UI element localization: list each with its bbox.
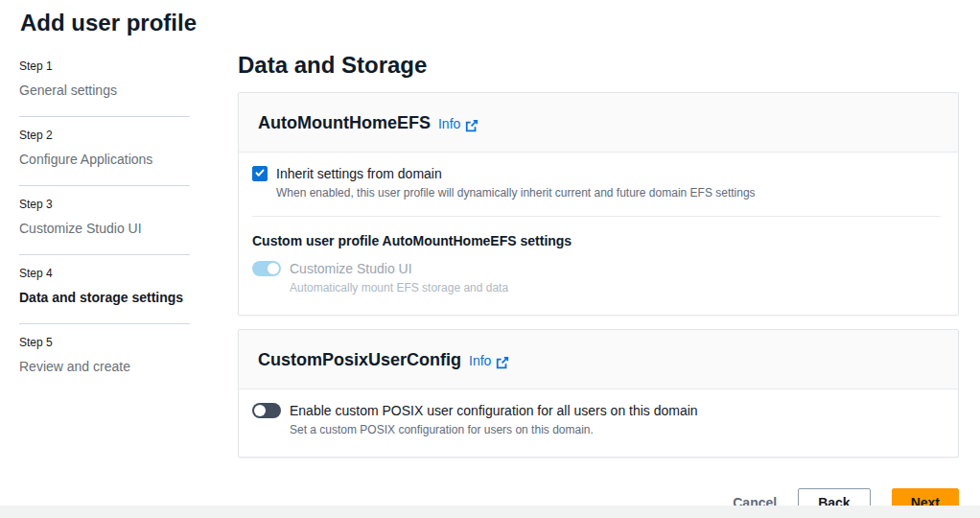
automount-info-link[interactable]: Info (438, 116, 478, 131)
checkbox-description: When enabled, this user profile will dyn… (276, 185, 943, 200)
wizard-step-data-and-storage[interactable]: Step 4 Data and storage settings (19, 255, 190, 324)
wizard-step-general-settings[interactable]: Step 1 General settings (19, 52, 190, 117)
step-number: Step 4 (19, 267, 190, 281)
step-number: Step 5 (19, 336, 190, 350)
step-label: Customize Studio UI (19, 220, 190, 237)
external-link-icon[interactable] (496, 356, 509, 369)
step-label: Review and create (19, 358, 190, 375)
step-label: Configure Applications (19, 151, 190, 168)
bottom-strip (0, 506, 980, 518)
wizard-steps-nav: Step 1 General settings Step 2 Configure… (0, 52, 190, 517)
card-title: AutoMountHomeEFS (258, 113, 431, 133)
info-link-label: Info (469, 353, 491, 368)
step-number: Step 3 (19, 198, 190, 212)
content-heading: Data and Storage (238, 52, 959, 79)
customize-studio-toggle-row: Customize Studio UI Automatically mount … (252, 259, 943, 295)
check-icon (254, 165, 266, 182)
inherit-settings-checkbox[interactable] (252, 166, 268, 181)
toggle-description: Set a custom POSIX configuration for use… (290, 422, 943, 437)
automount-home-efs-card: AutoMountHomeEFS Info (238, 92, 959, 316)
custom-settings-subheading: Custom user profile AutoMountHomeEFS set… (252, 232, 943, 249)
toggle-knob (254, 405, 266, 416)
wizard-step-customize-studio-ui[interactable]: Step 3 Customize Studio UI (19, 186, 190, 255)
card-body: Enable custom POSIX user configuration f… (239, 389, 958, 457)
step-number: Step 1 (19, 59, 190, 74)
step-label: General settings (19, 82, 190, 99)
card-header: CustomPosixUserConfig Info (239, 330, 958, 389)
card-title: CustomPosixUserConfig (258, 350, 461, 370)
wizard-layout: Step 1 General settings Step 2 Configure… (0, 52, 980, 517)
toggle-label: Customize Studio UI (290, 259, 943, 278)
posix-info-link[interactable]: Info (469, 353, 509, 368)
enable-posix-toggle[interactable] (252, 403, 281, 418)
inherit-settings-row: Inherit settings from domain When enable… (252, 164, 943, 200)
external-link-icon[interactable] (465, 119, 478, 132)
step-content: Data and Storage AutoMountHomeEFS Info (238, 52, 959, 517)
toggle-label: Enable custom POSIX user configuration f… (290, 401, 943, 420)
customize-studio-toggle (252, 261, 281, 276)
page-title: Add user profile (0, 0, 980, 36)
step-number: Step 2 (19, 129, 190, 143)
toggle-knob (268, 263, 279, 274)
custom-posix-user-config-card: CustomPosixUserConfig Info E (238, 329, 959, 458)
enable-posix-toggle-row: Enable custom POSIX user configuration f… (252, 401, 943, 437)
wizard-step-configure-applications[interactable]: Step 2 Configure Applications (19, 117, 190, 186)
toggle-description: Automatically mount EFS storage and data (290, 280, 943, 295)
info-link-label: Info (438, 116, 460, 131)
checkbox-label: Inherit settings from domain (276, 164, 943, 183)
card-header: AutoMountHomeEFS Info (239, 93, 958, 153)
card-body: Inherit settings from domain When enable… (239, 153, 958, 315)
step-label: Data and storage settings (19, 289, 190, 306)
wizard-step-review-and-create[interactable]: Step 5 Review and create (19, 324, 190, 392)
section-divider (252, 216, 941, 217)
